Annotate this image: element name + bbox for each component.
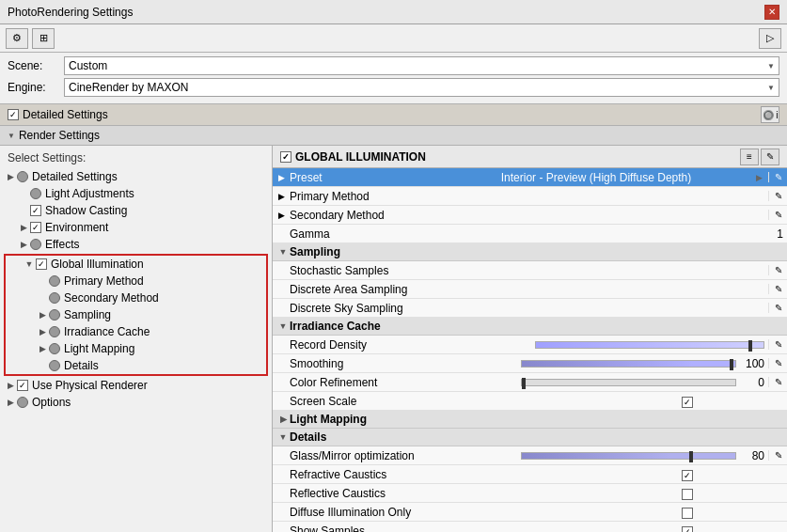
- record-density-slider[interactable]: [531, 341, 769, 349]
- primary-side-btn[interactable]: ✎: [768, 191, 787, 201]
- detailed-settings-checkbox[interactable]: ✓: [8, 109, 19, 120]
- engine-select[interactable]: CineRender by MAXON ▼: [64, 78, 779, 97]
- tree-item-global-illum[interactable]: ▼ ✓ Global Illumination: [6, 256, 266, 273]
- info-button[interactable]: 🔘 i: [761, 106, 779, 123]
- secondary-method-label: Secondary Method: [286, 207, 655, 224]
- discrete-sky-value: [655, 306, 768, 310]
- gi-header: ✓ GLOBAL ILLUMINATION ≡ ✎: [273, 146, 787, 168]
- tree-label-light-adj: Light Adjustments: [45, 187, 134, 200]
- light-mapping-header-expand: ▶: [276, 415, 290, 424]
- smoothing-track: [521, 360, 737, 368]
- tree-item-details[interactable]: Details: [6, 357, 266, 374]
- tree-item-irradiance[interactable]: ▶ Irradiance Cache: [6, 323, 266, 340]
- expand-icon-primary: [36, 276, 49, 286]
- smoothing-thumb: [730, 359, 733, 370]
- render-settings-triangle[interactable]: ▼: [8, 132, 15, 140]
- tree-label-shadow: Shadow Casting: [45, 204, 127, 217]
- glass-mirror-track: [521, 452, 737, 460]
- smoothing-row: Smoothing 100 ✎: [273, 354, 787, 373]
- expand-icon-shadow: [17, 206, 30, 215]
- light-mapping-section-header: ▶ Light Mapping: [273, 411, 787, 429]
- settings-icon-button[interactable]: ⚙: [6, 28, 28, 49]
- app-title: PhotoRendering Settings: [8, 6, 133, 19]
- glass-mirror-slider[interactable]: [517, 452, 741, 460]
- expand-button[interactable]: ▷: [759, 28, 781, 49]
- gi-icon-buttons: ≡ ✎: [740, 149, 779, 165]
- scene-row: Scene: Custom ▼: [8, 56, 779, 75]
- tree-item-sampling[interactable]: ▶ Sampling: [6, 306, 266, 323]
- discrete-area-side-btn[interactable]: ✎: [768, 284, 787, 294]
- glass-mirror-value: 80: [740, 447, 768, 464]
- refractive-expand-icon: [273, 470, 286, 479]
- dot-icon-secondary: [49, 292, 60, 304]
- discrete-area-label: Discrete Area Sampling: [286, 281, 655, 298]
- diffuse-only-value: [674, 504, 787, 521]
- dot-icon-primary: [49, 275, 60, 287]
- tree-item-use-physical[interactable]: ▶ ✓ Use Physical Renderer: [0, 377, 272, 394]
- checkbox-global-illum[interactable]: ✓: [36, 258, 47, 270]
- refractive-checkbox[interactable]: ✓: [682, 470, 693, 481]
- secondary-side-btn[interactable]: ✎: [768, 210, 787, 220]
- tree-item-secondary-method[interactable]: Secondary Method: [6, 289, 266, 306]
- select-settings-label: Select Settings:: [0, 149, 272, 168]
- secondary-method-row[interactable]: ▶ Secondary Method ✎: [273, 206, 787, 225]
- diffuse-only-checkbox[interactable]: [682, 508, 693, 519]
- checkbox-environment[interactable]: ✓: [30, 222, 41, 233]
- details-header-label: Details: [290, 430, 326, 444]
- preset-row[interactable]: ▶ Preset Interior - Preview (High Diffus…: [273, 168, 787, 187]
- tree-label-global-illum: Global Illumination: [51, 258, 144, 271]
- tree-label-secondary: Secondary Method: [64, 291, 159, 305]
- refractive-value: ✓: [674, 466, 787, 483]
- gi-edit-icon-button[interactable]: ✎: [761, 149, 779, 165]
- tree-item-environment[interactable]: ▶ ✓ Environment: [0, 219, 272, 236]
- discrete-area-value: [655, 288, 768, 291]
- tree-item-primary-method[interactable]: Primary Method: [6, 273, 266, 289]
- tree-item-light-adj[interactable]: Light Adjustments: [0, 185, 272, 202]
- tree-item-light-mapping[interactable]: ▶ Light Mapping: [6, 340, 266, 357]
- tree-label-detailed: Detailed Settings: [32, 170, 118, 183]
- glass-mirror-side-btn[interactable]: ✎: [768, 450, 787, 461]
- smoothing-side-btn[interactable]: ✎: [768, 358, 787, 368]
- detailed-settings-label: Detailed Settings: [23, 108, 108, 121]
- checkbox-use-physical[interactable]: ✓: [17, 380, 28, 391]
- color-refinement-label: Color Refinement: [286, 374, 517, 391]
- tree-item-detailed[interactable]: ▶ Detailed Settings: [0, 168, 272, 185]
- tree-label-environment: Environment: [45, 221, 108, 234]
- discrete-sky-side-btn[interactable]: ✎: [768, 303, 787, 313]
- gi-list-icon-button[interactable]: ≡: [740, 149, 759, 165]
- preset-side-btn[interactable]: ✎: [768, 172, 787, 182]
- stochastic-label: Stochastic Samples: [286, 262, 655, 279]
- record-density-side-btn[interactable]: ✎: [768, 339, 787, 350]
- primary-method-row[interactable]: ▶ Primary Method ✎: [273, 187, 787, 206]
- expand-icon-details: [36, 361, 49, 370]
- reflective-checkbox[interactable]: [682, 489, 693, 500]
- grid-icon-button[interactable]: ⊞: [32, 28, 55, 49]
- gi-checkbox[interactable]: ✓: [280, 151, 291, 163]
- tree-item-options[interactable]: ▶ Options: [0, 394, 272, 411]
- tree-item-effects[interactable]: ▶ Effects: [0, 236, 272, 253]
- color-refinement-slider[interactable]: [517, 379, 741, 386]
- right-panel: ✓ GLOBAL ILLUMINATION ≡ ✎ ▶ Preset Inter…: [273, 146, 787, 532]
- smoothing-slider[interactable]: [517, 360, 741, 368]
- show-samples-checkbox[interactable]: ✓: [682, 526, 693, 533]
- tree-item-shadow[interactable]: ✓ Shadow Casting: [0, 202, 272, 219]
- detailed-settings-checkbox-group[interactable]: ✓ Detailed Settings: [8, 108, 108, 121]
- stochastic-side-btn[interactable]: ✎: [768, 265, 787, 275]
- gi-title-text: GLOBAL ILLUMINATION: [295, 150, 426, 164]
- scene-select[interactable]: Custom ▼: [64, 56, 779, 75]
- scene-label: Scene:: [8, 59, 64, 72]
- tree-label-use-physical: Use Physical Renderer: [32, 379, 148, 392]
- primary-expand-icon: ▶: [273, 192, 286, 201]
- show-samples-label: Show Samples: [286, 523, 674, 533]
- primary-method-value: [655, 195, 768, 198]
- dot-icon-sampling: [49, 309, 60, 321]
- gamma-value: 1: [674, 226, 787, 243]
- screen-scale-checkbox[interactable]: ✓: [682, 397, 693, 408]
- expand-icon-options: ▶: [4, 398, 17, 407]
- sampling-header-label: Sampling: [290, 245, 340, 258]
- close-button[interactable]: ✕: [764, 5, 779, 20]
- checkbox-shadow[interactable]: ✓: [30, 205, 41, 216]
- scene-dropdown-arrow: ▼: [767, 62, 775, 70]
- details-section-header: ▼ Details: [273, 429, 787, 446]
- color-refinement-side-btn[interactable]: ✎: [768, 377, 787, 387]
